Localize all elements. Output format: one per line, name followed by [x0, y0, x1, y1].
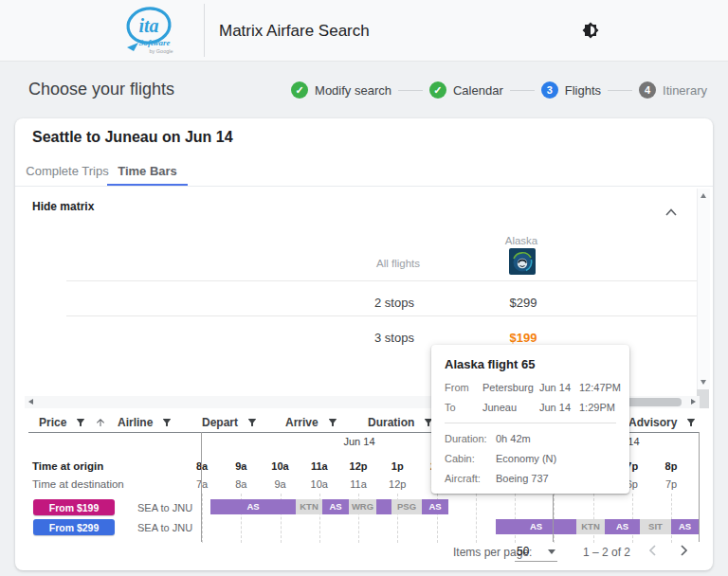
tab-complete-trips[interactable]: Complete Trips — [25, 156, 110, 186]
dark-mode-toggle[interactable] — [582, 22, 599, 39]
time-tick: 9a — [227, 460, 255, 472]
timebar-flight-segment[interactable]: AS — [322, 499, 349, 514]
timebar-flight-segment[interactable]: AS — [605, 519, 640, 534]
timebar-flight-segment[interactable]: AS — [671, 519, 699, 534]
time-tick: 8a — [227, 478, 255, 490]
step-number: 4 — [645, 84, 650, 96]
matrix-all-flights-label: All flights — [341, 258, 455, 269]
flight-detail-tooltip: Alaska flight 65 From Petersburg Jun 14 … — [431, 345, 629, 494]
brightness-icon — [582, 22, 599, 39]
time-tick: 9a — [266, 478, 295, 490]
timebar-flight-segment[interactable]: AS — [496, 519, 576, 534]
step-modify-search-label[interactable]: Modify search — [315, 83, 391, 98]
matrix-divider — [66, 280, 697, 281]
time-tick: 7a — [188, 478, 216, 490]
step-calendar-label[interactable]: Calendar — [453, 83, 503, 98]
ita-logo-graphic: ita Software by Google — [119, 4, 186, 57]
time-tick: 8a — [188, 460, 216, 472]
items-per-page-value: 50 — [517, 545, 529, 558]
tooltip-divider — [445, 423, 616, 423]
page-range-label: 1 – 2 of 2 — [583, 546, 630, 559]
alaska-airlines-logo[interactable] — [509, 248, 536, 279]
route-title: Seattle to Juneau on Jun 14 — [32, 129, 233, 146]
bar-row-1-segments: ASKTNASWRGPSGAS — [15, 499, 713, 514]
step-flights-label[interactable]: Flights — [565, 83, 601, 98]
check-icon: ✓ — [433, 84, 442, 97]
step-calendar-check-icon[interactable]: ✓ — [429, 81, 446, 99]
svg-text:Software: Software — [138, 38, 170, 47]
filter-icon[interactable] — [161, 417, 173, 428]
time-tick: 1p — [383, 460, 411, 472]
timebar-flight-segment[interactable]: AS — [210, 499, 296, 514]
column-header-arrive: Arrive — [285, 414, 338, 431]
app-header: ita Software by Google Matrix Airfare Se… — [0, 0, 728, 62]
hide-matrix-toggle[interactable]: Hide matrix — [32, 200, 94, 217]
scroll-up-arrow[interactable] — [701, 193, 706, 198]
filter-icon[interactable] — [685, 417, 697, 428]
timeline-date-label: Jun 14 — [331, 436, 388, 447]
step-itinerary-label: Itinerary — [663, 83, 707, 98]
scroll-left-arrow[interactable] — [28, 399, 33, 405]
time-tick: 7p — [657, 478, 685, 490]
time-tick: 10a — [305, 478, 334, 490]
column-label[interactable]: Price — [39, 416, 66, 429]
tabs-divider — [15, 186, 713, 187]
time-tick: 10a — [266, 460, 295, 472]
timebar-layover-segment[interactable]: WRG — [349, 499, 376, 514]
page: ita Software by Google Matrix Airfare Se… — [0, 0, 728, 576]
step-flights-number[interactable]: 3 — [541, 81, 558, 99]
previous-page-button[interactable] — [646, 544, 660, 557]
timebar-flight-segment[interactable] — [376, 499, 391, 514]
results-card: Seattle to Juneau on Jun 14 Complete Tri… — [15, 118, 713, 570]
step-modify-search-check-icon[interactable]: ✓ — [291, 81, 308, 99]
column-label[interactable]: Depart — [202, 416, 238, 429]
matrix-row-stops-label: 2 stops — [337, 291, 451, 315]
step-connector — [608, 90, 632, 91]
column-label[interactable]: Arrive — [285, 416, 318, 429]
bar-row-2-segments: ASKTNASSITAS — [15, 519, 713, 534]
page-title: Choose your flights — [28, 80, 174, 99]
step-itinerary-number: 4 — [639, 81, 656, 99]
column-label[interactable]: Duration — [368, 416, 414, 429]
tooltip-cabin-row: Cabin: Economy (N) — [445, 453, 616, 464]
tab-time-bars[interactable]: Time Bars — [107, 156, 188, 186]
scroll-down-arrow[interactable] — [701, 380, 706, 385]
filter-icon[interactable] — [75, 417, 86, 428]
next-page-button[interactable] — [677, 544, 690, 557]
filter-icon[interactable] — [246, 417, 258, 428]
time-tick: 8p — [657, 460, 685, 472]
items-per-page-select[interactable]: 50 — [515, 543, 557, 562]
tooltip-leg-to: To Juneau Jun 14 1:29PM — [445, 402, 616, 413]
matrix-divider — [66, 315, 697, 316]
column-label[interactable]: Advisory — [628, 416, 677, 429]
scroll-right-arrow[interactable] — [691, 399, 696, 405]
filter-icon[interactable] — [327, 417, 338, 428]
timebar-layover-segment[interactable]: KTN — [296, 499, 322, 514]
column-header-price: Price — [39, 414, 106, 431]
header-divider — [204, 4, 205, 57]
timeline-major-line — [553, 495, 554, 542]
step-connector — [510, 90, 535, 91]
time-tick: 12p — [344, 460, 373, 472]
column-header-airline: Airline — [118, 414, 173, 431]
matrix-price-cell[interactable]: $299 — [485, 291, 561, 315]
chevron-up-icon[interactable] — [664, 204, 678, 213]
column-label[interactable]: Airline — [118, 416, 153, 429]
check-icon: ✓ — [295, 84, 303, 97]
tooltip-leg-from: From Petersburg Jun 14 12:47PM — [445, 382, 616, 393]
column-header-duration: Duration — [368, 414, 434, 431]
ita-software-logo: ita Software by Google — [119, 4, 186, 57]
timebar-layover-segment[interactable]: PSG — [391, 499, 422, 514]
timeline-major-line — [699, 432, 700, 542]
timebar-layover-segment[interactable]: KTN — [576, 519, 605, 534]
sort-ascending-icon[interactable] — [95, 417, 106, 428]
svg-text:by Google: by Google — [149, 48, 173, 54]
matrix-airline-label: Alaska — [493, 235, 550, 246]
dropdown-caret-icon — [548, 549, 555, 554]
time-tick: 11a — [305, 460, 334, 472]
vertical-scrollbar[interactable] — [697, 189, 710, 389]
timebar-layover-segment[interactable]: SIT — [640, 519, 671, 534]
time-tick: 11a — [344, 478, 373, 490]
timebar-flight-segment[interactable]: AS — [422, 499, 448, 514]
timeline-major-line — [201, 432, 202, 542]
